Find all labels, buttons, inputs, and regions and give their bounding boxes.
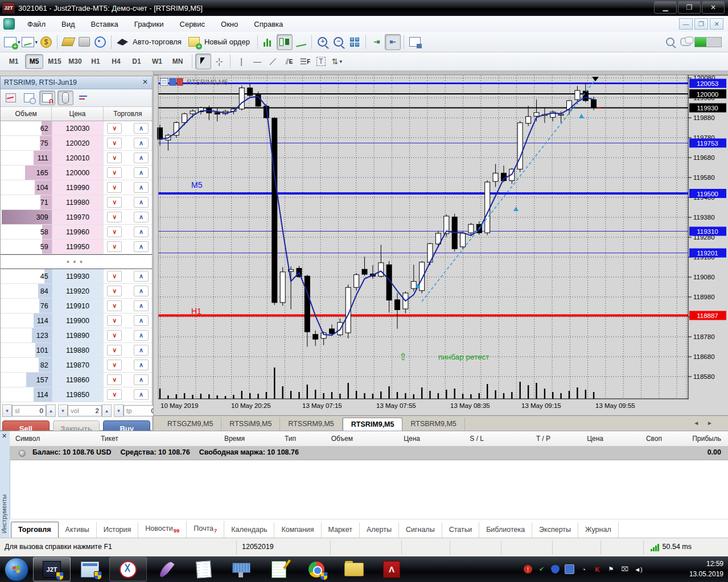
chart-tab[interactable]: RTSSRM9,M5 <box>280 418 342 431</box>
tray-kaspersky-icon[interactable]: K <box>593 565 602 573</box>
toolbox-tab-история[interactable]: История <box>97 522 138 538</box>
minimize-button[interactable]: ▁ <box>654 1 677 14</box>
dom-magnet-button[interactable] <box>39 90 55 105</box>
dom-time-sales-button[interactable] <box>21 90 37 105</box>
buy-at-price-button[interactable]: ∧ <box>134 123 149 134</box>
sell-at-price-button[interactable]: ∨ <box>107 212 122 222</box>
candle-chart-button[interactable] <box>277 34 293 50</box>
toolbox-tab-маркет[interactable]: Маркет <box>322 522 360 538</box>
sell-at-price-button[interactable]: ∨ <box>107 330 122 341</box>
tile-windows-button[interactable] <box>347 34 363 50</box>
dom-volume-button[interactable] <box>76 90 92 105</box>
sell-at-price-button[interactable]: ∨ <box>107 182 122 193</box>
menu-item-6[interactable]: Справка <box>246 18 291 31</box>
dom-price-cell[interactable]: 119930 <box>52 269 104 283</box>
dom-price-cell[interactable]: 119890 <box>52 328 104 342</box>
trade-col-5[interactable]: Цена <box>404 435 420 443</box>
autotrade-label[interactable]: Авто-торговля <box>133 38 182 46</box>
menu-item-5[interactable]: Окно <box>213 18 246 31</box>
sell-at-price-button[interactable]: ∨ <box>107 152 122 163</box>
cursor-tool-button[interactable] <box>195 53 211 69</box>
toolbox-tab-календарь[interactable]: Календарь <box>224 522 274 538</box>
search-button[interactable] <box>662 34 678 50</box>
start-button[interactable] <box>5 558 28 581</box>
timeframe-m15[interactable]: M15 <box>46 54 64 69</box>
buy-at-price-button[interactable]: ∧ <box>134 226 149 237</box>
timeframe-h1[interactable]: H1 <box>87 54 105 69</box>
dom-price-cell[interactable]: 119880 <box>52 343 104 357</box>
vol-down-button[interactable]: ▼ <box>58 404 68 417</box>
buy-at-price-button[interactable]: ∧ <box>134 212 149 222</box>
close-button[interactable]: ✕ <box>702 1 725 14</box>
sl-down-button[interactable]: ▼ <box>2 404 12 417</box>
tp-down-button[interactable]: ▼ <box>114 404 124 417</box>
sell-at-price-button[interactable]: ∨ <box>107 123 122 134</box>
trade-col-9[interactable]: Своп <box>646 435 662 443</box>
new-chart-button[interactable]: ▾ <box>3 34 21 50</box>
channel-tool-button[interactable]: ⫽E <box>281 53 297 69</box>
trade-col-1[interactable]: Тикет <box>101 435 118 443</box>
dom-price-cell[interactable]: 119870 <box>52 358 104 372</box>
history-button[interactable] <box>60 34 76 50</box>
taskbar-feather-button[interactable] <box>148 558 184 581</box>
dom-price-cell[interactable]: 119980 <box>52 195 104 209</box>
market-watch-button[interactable]: $ <box>38 34 54 50</box>
tray-flag-icon[interactable]: ⚑ <box>607 565 615 573</box>
buy-at-price-button[interactable]: ∧ <box>134 300 149 311</box>
trade-col-7[interactable]: T / P <box>536 435 550 443</box>
dom-price-cell[interactable]: 119860 <box>52 373 104 387</box>
sell-at-price-button[interactable]: ∨ <box>107 315 122 326</box>
tray-speaker-icon[interactable]: ◄) <box>634 565 643 573</box>
chart-tab[interactable]: RTSGZM9,M5 <box>159 418 221 431</box>
timeframe-m30[interactable]: M30 <box>66 54 84 69</box>
toolbox-tab-почта[interactable]: Почта7 <box>187 521 224 538</box>
child-minimize-button[interactable]: — <box>679 18 693 30</box>
chart-tabs-left-icon[interactable]: ◄ <box>693 420 707 426</box>
timeframe-h4[interactable]: H4 <box>107 54 125 69</box>
toolbox-tab-статьи[interactable]: Статьи <box>442 522 480 538</box>
taskbar-editor-button[interactable] <box>261 558 297 581</box>
auto-scroll-button[interactable]: ⇥ <box>369 34 385 50</box>
sell-at-price-button[interactable]: ∨ <box>107 345 122 356</box>
restore-button[interactable]: ❐ <box>678 1 701 14</box>
dom-price-cell[interactable]: 120000 <box>52 166 104 180</box>
buy-at-price-button[interactable]: ∧ <box>134 167 149 178</box>
toolbox-tab-сигналы[interactable]: Сигналы <box>399 522 442 538</box>
toolbox-tab-эксперты[interactable]: Эксперты <box>532 522 578 538</box>
taskbar-keyboard-button[interactable] <box>223 558 260 581</box>
dom-price-cell[interactable]: 119850 <box>52 387 104 402</box>
bar-chart-button[interactable] <box>261 34 277 50</box>
price-chart[interactable]: 1200801199801198801197801196801195801194… <box>154 71 728 415</box>
sl-up-button[interactable]: ▲ <box>46 404 56 417</box>
menu-item-0[interactable]: Файл <box>19 18 54 31</box>
dom-price-cell[interactable]: 119920 <box>52 284 104 298</box>
toolbox-tab-компания[interactable]: Компания <box>274 522 321 538</box>
dom-close-icon[interactable]: ✕ <box>141 77 150 86</box>
timeframe-w1[interactable]: W1 <box>148 54 166 69</box>
balance-row[interactable]: Баланс: 10 108.76 USDСредства: 10 108.76… <box>10 446 728 460</box>
vol-value[interactable]: 2 <box>96 407 99 414</box>
tray-network-icon[interactable]: ⌧ <box>620 565 629 573</box>
sell-at-price-button[interactable]: ∨ <box>107 286 122 296</box>
trade-col-6[interactable]: S / L <box>470 435 484 443</box>
new-order-button[interactable] <box>186 34 202 50</box>
toolbox-tab-активы[interactable]: Активы <box>59 522 97 538</box>
crosshair-tool-button[interactable]: -¦- <box>211 53 227 69</box>
sl-value[interactable]: 0 <box>40 407 43 414</box>
dom-price-cell[interactable]: 119950 <box>52 240 104 254</box>
vline-tool-button[interactable]: | <box>233 53 249 69</box>
dom-price-cell[interactable]: 120010 <box>52 151 104 165</box>
taskbar-browser-button[interactable] <box>72 558 108 581</box>
chart-tab[interactable]: RTSRIM9,M5 <box>343 418 403 431</box>
dom-ladder-button[interactable] <box>57 90 73 105</box>
menu-item-4[interactable]: Сервис <box>172 18 213 31</box>
buy-at-price-button[interactable]: ∧ <box>134 182 149 193</box>
dom-price-cell[interactable]: 119910 <box>52 299 104 313</box>
taskbar-acrobat-button[interactable]: Λ <box>373 558 410 581</box>
trade-col-0[interactable]: Символ <box>15 435 40 443</box>
hosting-button[interactable] <box>76 34 92 50</box>
child-close-button[interactable]: ✕ <box>710 18 723 30</box>
text-tool-button[interactable]: T <box>313 53 329 69</box>
timeframe-m5[interactable]: M5 <box>25 54 43 69</box>
tray-shield-icon[interactable] <box>551 565 560 573</box>
